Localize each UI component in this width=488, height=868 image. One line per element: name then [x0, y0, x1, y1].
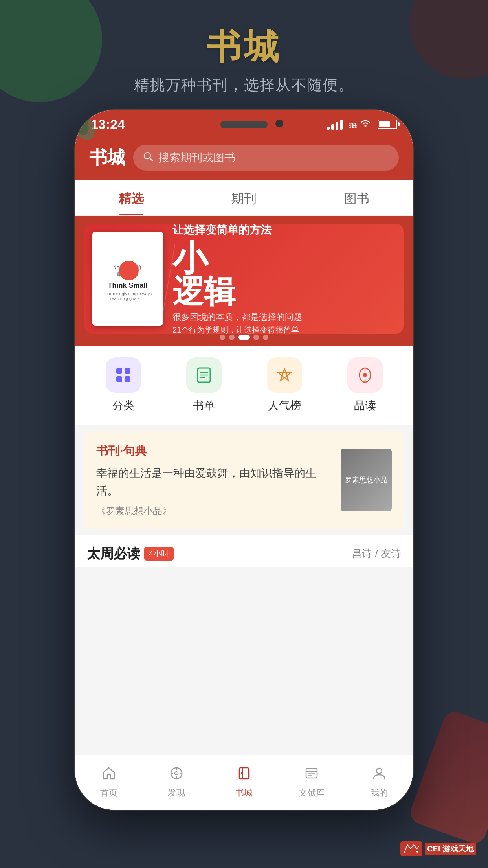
tab-jingxuan[interactable]: 精选 — [75, 180, 188, 215]
tab-qikan[interactable]: 期刊 — [188, 180, 301, 215]
cat-item-renqibang[interactable]: 人气榜 — [267, 357, 302, 413]
signal-bar-1 — [327, 127, 330, 130]
cat-item-fenlei[interactable]: 分类 — [106, 357, 141, 413]
section-badge: 4小时 — [144, 547, 174, 561]
signal-bar-4 — [340, 120, 343, 130]
discover-icon — [169, 766, 183, 784]
svg-point-20 — [175, 772, 178, 775]
cat-icon-shudan — [186, 357, 222, 393]
bookstore-icon — [237, 766, 251, 784]
battery-icon — [378, 120, 397, 129]
page-title-sub: 精挑万种书刊，选择从不随便。 — [0, 75, 488, 95]
svg-rect-25 — [239, 768, 249, 779]
page-title-area: 书城 精挑万种书刊，选择从不随便。 — [0, 24, 488, 95]
dot-4[interactable] — [253, 335, 259, 340]
nav-label-home: 首页 — [100, 787, 117, 799]
section-title: 太周必读 — [87, 545, 140, 563]
nav-item-profile[interactable]: 我的 — [345, 766, 413, 799]
phone-mockup: 13:24 ᵯ — [75, 110, 413, 810]
watermark-container: CEI 游戏天地 — [400, 841, 476, 856]
section-title-area: 太周必读 4小时 — [87, 545, 174, 563]
nav-item-library[interactable]: 文献库 — [278, 766, 345, 799]
quote-section[interactable]: 书刊·句典 幸福的生活是一种由爱鼓舞，由知识指导的生活。 《罗素思想小品》 罗素… — [84, 431, 404, 529]
nav-label-discover: 发现 — [168, 787, 185, 799]
nav-label-profile: 我的 — [371, 787, 388, 799]
nav-item-bookstore[interactable]: 书城 — [210, 766, 278, 799]
tab-tushu[interactable]: 图书 — [300, 180, 413, 215]
banner-book-cover: 小逻辑 让选择变简单的方法 Think Small — surprisingly… — [92, 232, 163, 326]
svg-point-30 — [376, 768, 382, 774]
section-right: 昌诗 / 友诗 — [352, 547, 401, 561]
banner-dots — [220, 335, 268, 340]
watermark-text-area: CEI 游戏天地 — [425, 843, 476, 855]
bottom-nav: 首页 发现 — [75, 755, 413, 810]
header-bar: 书城 搜索期刊或图书 — [75, 138, 413, 180]
profile-icon — [372, 766, 386, 784]
signal-bar-2 — [331, 124, 334, 130]
nav-item-discover[interactable]: 发现 — [143, 766, 210, 799]
bottom-section-header: 太周必读 4小时 昌诗 / 友诗 — [75, 535, 413, 567]
cat-label-renqibang: 人气榜 — [268, 398, 301, 413]
cat-item-pindu[interactable]: 品读 — [347, 357, 383, 413]
library-icon — [305, 766, 319, 784]
leaf-decoration — [75, 110, 106, 142]
banner-content[interactable]: 小逻辑 让选择变简单的方法 Think Small — surprisingly… — [84, 224, 404, 334]
page-title-main: 书城 — [0, 24, 488, 70]
svg-rect-6 — [125, 376, 130, 382]
search-bar[interactable]: 搜索期刊或图书 — [133, 145, 399, 171]
svg-point-12 — [282, 373, 287, 377]
quote-body: 幸福的生活是一种由爱鼓舞，由知识指导的生活。 — [96, 465, 333, 500]
svg-rect-26 — [306, 769, 317, 778]
dot-2[interactable] — [229, 335, 235, 340]
signal-bars-icon — [327, 119, 343, 130]
banner-big-title: 小 — [172, 241, 209, 276]
banner-area: 小逻辑 让选择变简单的方法 Think Small — surprisingly… — [75, 216, 413, 346]
bg-decoration-bottom-right — [407, 709, 488, 846]
phone-speaker — [220, 121, 268, 128]
banner-book-title-cn: 小逻辑 — [121, 257, 135, 260]
quote-book-thumb: 罗素思想小品 — [341, 449, 392, 511]
search-icon — [143, 151, 154, 165]
quote-source: 《罗素思想小品》 — [96, 505, 333, 517]
svg-rect-4 — [125, 368, 130, 374]
cat-label-fenlei: 分类 — [112, 398, 134, 413]
watermark: CEI 游戏天地 — [400, 841, 476, 856]
watermark-text: CEI 游戏天地 — [425, 843, 476, 855]
cat-label-pindu: 品读 — [354, 398, 376, 413]
banner-big-sub: 逻辑 — [172, 276, 394, 307]
banner-desc1: 很多困境的本质，都是选择的问题 — [172, 311, 394, 323]
cat-item-shudan[interactable]: 书单 — [186, 357, 222, 413]
dot-5[interactable] — [263, 335, 268, 340]
signal-bar-3 — [336, 122, 338, 130]
wifi-icon: ᵯ — [349, 118, 371, 131]
header-title: 书城 — [89, 145, 125, 170]
nav-label-library: 文献库 — [299, 787, 325, 799]
svg-point-0 — [365, 125, 367, 127]
dot-3-active[interactable] — [238, 335, 250, 340]
search-placeholder: 搜索期刊或图书 — [158, 150, 235, 165]
cat-icon-renqibang — [267, 357, 302, 393]
battery-fill — [379, 121, 390, 127]
banner-divider — [163, 224, 175, 334]
banner-book-en: Think Small — [108, 281, 147, 290]
banner-tag: 让选择变简单的方法 — [172, 224, 394, 237]
cat-icon-fenlei — [106, 357, 141, 393]
banner-desc2: 21个行为学规则，让选择变得很简单 — [172, 325, 394, 334]
quote-label: 书刊·句典 — [96, 443, 333, 459]
banner-circle-decoration — [119, 261, 139, 280]
phone-camera — [275, 120, 283, 127]
svg-point-14 — [363, 373, 367, 377]
cat-label-shudan: 书单 — [193, 398, 215, 413]
banner-text-area: 让选择变简单的方法 小 逻辑 很多困境的本质，都是选择的问题 21个行为学规则，… — [163, 224, 404, 334]
status-icons: ᵯ — [327, 118, 397, 131]
quote-book-thumb-inner: 罗素思想小品 — [341, 449, 392, 511]
svg-rect-5 — [116, 376, 122, 382]
nav-label-bookstore: 书城 — [235, 787, 253, 799]
app-screen: 13:24 ᵯ — [75, 110, 413, 810]
nav-item-home[interactable]: 首页 — [75, 766, 143, 799]
dot-1[interactable] — [220, 335, 225, 340]
svg-line-2 — [150, 158, 152, 161]
home-icon — [102, 766, 116, 784]
watermark-logo — [400, 841, 422, 856]
quick-categories: 分类 书单 — [75, 346, 413, 425]
